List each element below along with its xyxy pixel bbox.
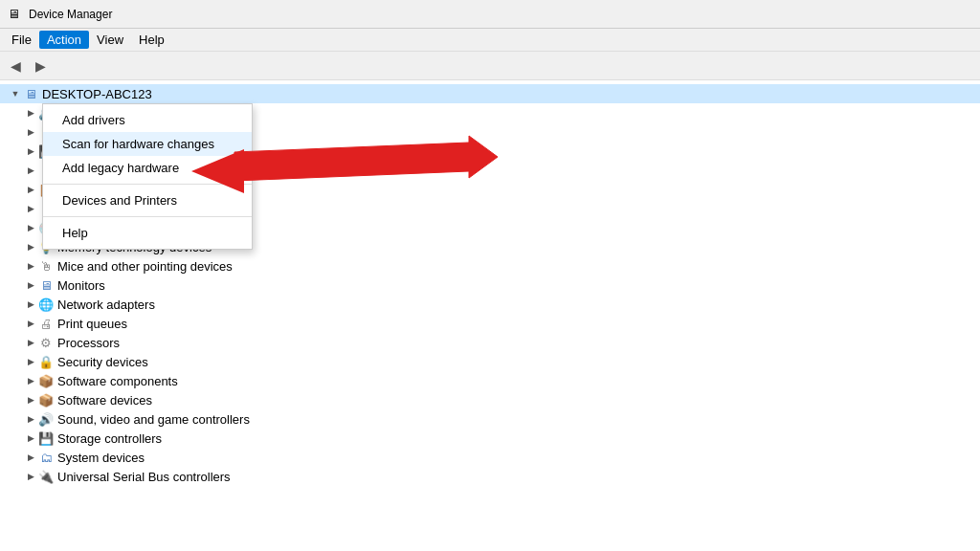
mice-label: Mice and other pointing devices <box>57 259 233 274</box>
expand-disk[interactable]: ▶ <box>23 143 38 159</box>
menu-add-drivers[interactable]: Add drivers <box>43 108 252 132</box>
tree-item-usb[interactable]: ▶ 🔌 Universal Serial Bus controllers <box>0 467 980 486</box>
expand-monitors[interactable]: ▶ <box>23 277 38 293</box>
title-bar: 🖥 Device Manager <box>0 0 980 29</box>
expand-proc[interactable]: ▶ <box>23 335 38 350</box>
expand-software-dev[interactable]: ▶ <box>23 392 38 408</box>
menu-devices-printers[interactable]: Devices and Printers <box>43 188 252 212</box>
expand-ide[interactable]: ▶ <box>23 220 38 235</box>
security-label: Security devices <box>57 355 148 369</box>
main-area: ▼ 🖥 DESKTOP-ABC123 ▶ 🔊 Audio inputs and … <box>0 80 980 551</box>
tree-item-mice[interactable]: ▶ 🖱 Mice and other pointing devices <box>0 256 980 276</box>
menu-help-item[interactable]: Help <box>43 221 252 245</box>
action-dropdown-menu: Add drivers Scan for hardware changes Ad… <box>42 103 253 250</box>
expand-audio[interactable]: ▶ <box>23 105 38 121</box>
tree-item-security[interactable]: ▶ 🔒 Security devices <box>0 352 980 371</box>
dropdown-sep-2 <box>43 216 252 217</box>
tree-item-software-comp[interactable]: ▶ 📦 Software components <box>0 371 980 390</box>
expand-sound[interactable]: ▶ <box>23 411 38 427</box>
security-icon: 🔒 <box>38 354 54 369</box>
monitors-icon: 🖥 <box>38 277 54 293</box>
expand-hid[interactable]: ▶ <box>23 201 38 216</box>
software-dev-label: Software devices <box>57 393 152 408</box>
root-label: DESKTOP-ABC123 <box>42 87 152 101</box>
expand-memory[interactable]: ▶ <box>23 239 38 254</box>
menu-bar: File Action View Help <box>0 29 980 52</box>
tree-panel[interactable]: ▼ 🖥 DESKTOP-ABC123 ▶ 🔊 Audio inputs and … <box>0 80 980 551</box>
tree-item-proc[interactable]: ▶ ⚙ Processors <box>0 333 980 352</box>
expand-security[interactable]: ▶ <box>23 354 38 369</box>
expand-display[interactable]: ▶ <box>23 163 38 178</box>
tree-root[interactable]: ▼ 🖥 DESKTOP-ABC123 <box>0 84 980 103</box>
menu-action[interactable]: Action <box>39 31 89 49</box>
menu-help[interactable]: Help <box>131 31 172 49</box>
expand-print[interactable]: ▶ <box>23 316 38 331</box>
expand-batteries[interactable]: ▶ <box>23 124 38 140</box>
app-icon: 🖥 <box>8 7 23 22</box>
expand-software-comp[interactable]: ▶ <box>23 373 38 388</box>
system-icon: 🗂 <box>38 450 54 465</box>
menu-file[interactable]: File <box>4 31 39 49</box>
tree-item-monitors[interactable]: ▶ 🖥 Monitors <box>0 276 980 295</box>
sound-icon: 🔊 <box>38 411 54 427</box>
expand-firmware[interactable]: ▶ <box>23 182 38 197</box>
toolbar-back[interactable]: ◀ <box>4 55 27 77</box>
software-comp-icon: 📦 <box>38 373 54 388</box>
storage-icon: 💾 <box>38 430 54 446</box>
mice-icon: 🖱 <box>38 258 54 274</box>
root-icon: 🖥 <box>23 86 38 101</box>
menu-scan-hardware[interactable]: Scan for hardware changes <box>43 132 252 156</box>
tree-item-sound[interactable]: ▶ 🔊 Sound, video and game controllers <box>0 409 980 429</box>
software-dev-icon: 📦 <box>38 392 54 408</box>
usb-icon: 🔌 <box>38 469 54 484</box>
print-label: Print queues <box>57 317 127 331</box>
expand-storage[interactable]: ▶ <box>23 430 38 446</box>
tree-item-print[interactable]: ▶ 🖨 Print queues <box>0 314 980 333</box>
toolbar: ◀ ▶ <box>0 52 980 80</box>
print-icon: 🖨 <box>38 316 54 331</box>
proc-label: Processors <box>57 336 120 350</box>
sound-label: Sound, video and game controllers <box>57 412 250 427</box>
tree-item-software-dev[interactable]: ▶ 📦 Software devices <box>0 390 980 409</box>
toolbar-forward[interactable]: ▶ <box>29 55 52 77</box>
expand-mice[interactable]: ▶ <box>23 258 38 274</box>
software-comp-label: Software components <box>57 374 178 388</box>
storage-label: Storage controllers <box>57 431 162 446</box>
expand-system[interactable]: ▶ <box>23 450 38 465</box>
tree-item-system[interactable]: ▶ 🗂 System devices <box>0 448 980 467</box>
dropdown-sep-1 <box>43 184 252 185</box>
network-icon: 🌐 <box>38 297 54 312</box>
network-label: Network adapters <box>57 298 155 312</box>
tree-item-storage[interactable]: ▶ 💾 Storage controllers <box>0 429 980 448</box>
menu-add-legacy[interactable]: Add legacy hardware <box>43 156 252 180</box>
expand-usb[interactable]: ▶ <box>23 469 38 484</box>
expand-root[interactable]: ▼ <box>8 86 23 101</box>
tree-item-network[interactable]: ▶ 🌐 Network adapters <box>0 295 980 314</box>
expand-network[interactable]: ▶ <box>23 297 38 312</box>
title-bar-text: Device Manager <box>29 8 112 21</box>
monitors-label: Monitors <box>57 278 105 293</box>
usb-label: Universal Serial Bus controllers <box>57 470 231 484</box>
system-label: System devices <box>57 451 145 465</box>
menu-view[interactable]: View <box>89 31 131 49</box>
proc-icon: ⚙ <box>38 335 54 350</box>
